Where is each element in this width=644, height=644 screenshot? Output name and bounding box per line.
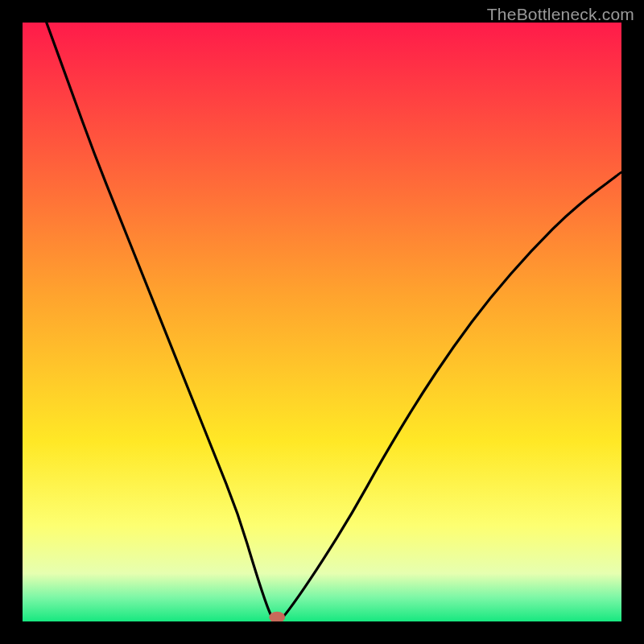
bottleneck-chart xyxy=(23,23,621,621)
chart-plot-area xyxy=(23,23,621,621)
bottleneck-curve-line xyxy=(47,23,621,621)
optimal-point-marker xyxy=(269,612,285,621)
watermark-text: TheBottleneck.com xyxy=(487,5,634,24)
